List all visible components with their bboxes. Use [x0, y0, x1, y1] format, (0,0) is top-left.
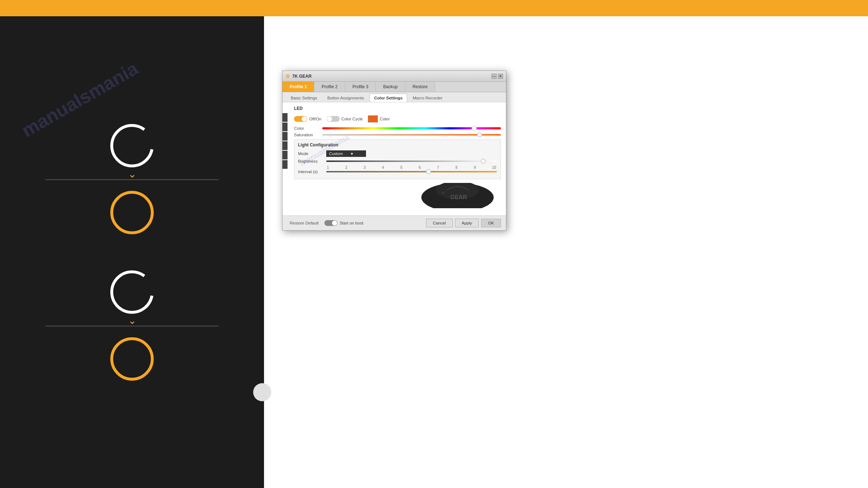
start-on-boot-track[interactable] [324, 220, 337, 226]
interval-num-6: 6 [419, 166, 421, 170]
svg-point-2 [112, 272, 152, 312]
start-on-boot-label: Start on boot [340, 221, 363, 225]
interval-slider-row: Interval (s) [298, 170, 497, 174]
brightness-slider[interactable] [326, 160, 497, 162]
color-block-4 [282, 141, 288, 150]
profile-tab-restore[interactable]: Restore [405, 82, 435, 92]
interval-num-5: 5 [400, 166, 403, 170]
dialog-title-group: ⚙ 7K GEAR [285, 73, 311, 79]
interval-num-8: 8 [455, 166, 458, 170]
interval-label: Interval (s) [298, 170, 323, 174]
line-1 [45, 179, 219, 180]
line-2 [45, 326, 219, 326]
interval-slider[interactable] [326, 171, 497, 172]
dropdown-arrow-icon: ▼ [350, 152, 354, 156]
off-on-toggle[interactable]: Off/On [294, 116, 322, 122]
mode-select[interactable]: Custom ▼ [326, 150, 366, 157]
interval-num-1: 1 [327, 166, 329, 170]
interval-num-4: 4 [382, 166, 384, 170]
dialog-footer: Restore Default Start on boot Cancel App… [282, 215, 506, 230]
color-cycle-label: Color Cycle [341, 117, 363, 121]
interval-slider-thumb[interactable] [426, 169, 431, 174]
brightness-label: Brightness [298, 159, 323, 163]
interval-num-10: 10 [492, 166, 496, 170]
interval-num-2: 2 [345, 166, 348, 170]
left-panel: manualsmania ⌄ [0, 16, 264, 488]
footer-left: Restore Default Start on boot [288, 220, 363, 226]
dialog-title-text: 7K GEAR [292, 74, 311, 79]
profile-tab-2[interactable]: Profile 2 [314, 82, 345, 92]
mode-row: Mode Custom ▼ [298, 150, 497, 157]
color-swatch[interactable]: Color [368, 115, 390, 123]
off-on-label: Off/On [309, 117, 322, 121]
circle-row-1: ⌄ [0, 120, 264, 180]
color-slider-thumb[interactable] [472, 126, 477, 131]
ok-button[interactable]: OK [481, 219, 501, 227]
color-block-3 [282, 132, 288, 141]
color-cycle-toggle[interactable]: Color Cycle [327, 116, 363, 122]
color-block-5 [282, 151, 288, 159]
circle-4 [107, 334, 157, 384]
start-on-boot-thumb [332, 221, 337, 226]
color-slider-label: Color [294, 126, 319, 130]
profile-tab-backup[interactable]: Backup [376, 82, 405, 92]
circle-row-2 [0, 187, 264, 238]
sub-tab-basic[interactable]: Basic Settings [286, 94, 322, 102]
color-block-1 [282, 113, 288, 122]
interval-numbers: 1 2 3 4 5 6 7 8 9 10 [326, 166, 497, 170]
mode-label: Mode [298, 151, 323, 156]
circle-row-4 [0, 334, 264, 384]
off-on-track[interactable] [294, 116, 307, 122]
swatch-box[interactable] [368, 115, 378, 123]
color-label: Color [380, 117, 390, 121]
color-cycle-track[interactable] [327, 116, 340, 122]
svg-text:✦: ✦ [441, 191, 445, 196]
saturation-slider-thumb[interactable] [477, 132, 482, 137]
profile-tab-1[interactable]: Profile 1 [282, 82, 314, 92]
scrollbar-circle[interactable] [253, 383, 271, 401]
interval-num-3: 3 [364, 166, 366, 170]
sub-tab-button[interactable]: Button Assignments [323, 94, 369, 102]
svg-point-3 [112, 339, 152, 379]
sub-tabs: Basic Settings Button Assignments Color … [282, 92, 506, 102]
circle-1 [107, 120, 157, 171]
light-config-title: Light Configuration [298, 142, 497, 147]
cancel-button[interactable]: Cancel [426, 219, 453, 227]
color-slider-row: Color [294, 126, 501, 130]
sub-tab-color[interactable]: Color Settings [370, 94, 408, 102]
restore-default-button[interactable]: Restore Default [288, 220, 321, 226]
saturation-slider-label: Saturation [294, 133, 319, 137]
side-color-blocks [282, 113, 288, 169]
mouse-silhouette: GEAR ✦ [403, 183, 501, 208]
color-cycle-thumb [327, 116, 332, 121]
top-bar [0, 0, 868, 16]
dialog-titlebar: ⚙ 7K GEAR — ✕ [282, 71, 506, 82]
color-block-6 [282, 160, 288, 169]
circles-section: ⌄ ⌄ [0, 106, 264, 399]
profile-tab-3[interactable]: Profile 3 [345, 82, 376, 92]
light-config-section: Light Configuration Mode Custom ▼ Bright… [294, 139, 501, 179]
start-on-boot[interactable]: Start on boot [324, 220, 363, 226]
brightness-slider-thumb[interactable] [481, 159, 486, 164]
circle-2 [107, 187, 157, 238]
dialog-content: LED Off/On Color Cycle [282, 102, 506, 215]
sub-tab-macro[interactable]: Macro Recorder [408, 94, 447, 102]
saturation-slider[interactable] [322, 134, 501, 136]
interval-num-9: 9 [474, 166, 476, 170]
interval-num-7: 7 [437, 166, 439, 170]
title-buttons: — ✕ [492, 74, 503, 79]
saturation-slider-row: Saturation [294, 133, 501, 137]
circle-3 [107, 267, 157, 317]
svg-point-1 [112, 192, 152, 233]
minimize-button[interactable]: — [492, 74, 497, 79]
led-section-title: LED [294, 106, 501, 111]
close-button[interactable]: ✕ [498, 74, 503, 79]
color-slider[interactable] [322, 127, 501, 129]
apply-button[interactable]: Apply [455, 219, 479, 227]
color-block-2 [282, 123, 288, 131]
circle-row-3: ⌄ [0, 267, 264, 326]
gear-dialog: ⚙ 7K GEAR — ✕ Profile 1 Profile 2 Profil… [282, 70, 506, 231]
svg-point-0 [112, 125, 152, 166]
footer-right: Cancel Apply OK [426, 219, 501, 227]
brightness-slider-row: Brightness [298, 159, 497, 163]
